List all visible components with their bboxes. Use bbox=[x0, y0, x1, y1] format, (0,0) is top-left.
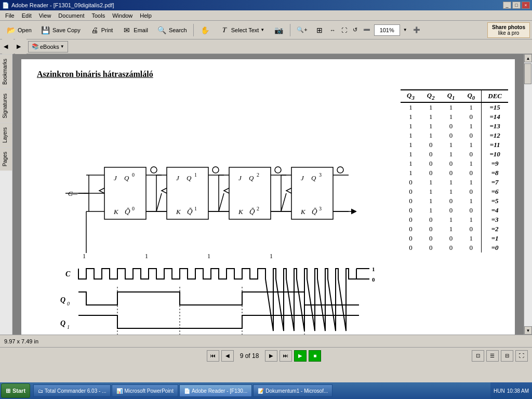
scroll-down-button[interactable]: ▼ bbox=[524, 326, 532, 335]
close-button[interactable]: × bbox=[522, 2, 530, 9]
menu-tools[interactable]: Tools bbox=[89, 11, 109, 20]
col-header-dec: DEC bbox=[482, 90, 508, 102]
table-cell: 1 bbox=[441, 102, 461, 112]
pdf-content[interactable]: Aszinkron bináris hátraszámláló J Q 0 K … bbox=[12, 54, 524, 335]
fullscreen-button[interactable]: ⛶ bbox=[515, 350, 528, 362]
scroll-up-button[interactable]: ▲ bbox=[524, 54, 532, 62]
zoom-dropdown-button[interactable]: ▼ bbox=[401, 22, 409, 38]
select-text-button[interactable]: 𝑇 Select Text ▼ bbox=[216, 22, 269, 38]
open-button[interactable]: 📂 Open bbox=[2, 22, 35, 38]
vertical-scrollbar[interactable]: ▲ ▼ bbox=[524, 54, 532, 335]
scroll-track[interactable] bbox=[524, 62, 532, 326]
menu-help[interactable]: Help bbox=[137, 11, 155, 20]
menu-view[interactable]: View bbox=[36, 11, 55, 20]
table-cell: 0 bbox=[401, 243, 421, 252]
svg-line-68 bbox=[281, 193, 286, 211]
ebooks-button[interactable]: 📚 eBooks ▼ bbox=[28, 41, 68, 52]
svg-text:Q: Q bbox=[249, 174, 254, 182]
svg-text:Q̄: Q̄ bbox=[311, 208, 317, 216]
svg-text:1: 1 bbox=[270, 252, 273, 260]
bookmarks-tab[interactable]: Bookmarks bbox=[0, 54, 12, 89]
first-page-button[interactable]: ⏮ bbox=[207, 350, 219, 362]
svg-text:0: 0 bbox=[67, 301, 70, 307]
table-cell: 1 bbox=[461, 178, 481, 187]
zoom-input[interactable] bbox=[374, 24, 400, 36]
menubar: File Edit View Document Tools Window Hel… bbox=[0, 10, 532, 21]
single-page-button[interactable]: ⊡ bbox=[472, 350, 484, 362]
start-icon: ⊞ bbox=[6, 388, 10, 394]
select-text-dropdown-icon[interactable]: ▼ bbox=[260, 28, 264, 32]
svg-point-48 bbox=[275, 167, 281, 173]
hand-tool-button[interactable]: ✋ bbox=[196, 22, 214, 38]
rotate-button[interactable]: ↺ bbox=[351, 22, 360, 38]
table-cell: 0 bbox=[441, 234, 461, 243]
taskbar-item-powerpoint[interactable]: 📊 Microsoft PowerPoint bbox=[112, 384, 178, 397]
share-line2: like a pro bbox=[492, 30, 525, 36]
acrobat-label: Adobe Reader - [F130... bbox=[192, 388, 247, 394]
continuous-button[interactable]: ☰ bbox=[486, 350, 499, 362]
print-button[interactable]: 🖨 Print bbox=[86, 22, 117, 38]
zoom-mode-button[interactable]: ⊞ bbox=[313, 22, 326, 38]
zoom-fit-width-button[interactable]: ↔ bbox=[328, 22, 338, 38]
email-button[interactable]: ✉ Email bbox=[118, 22, 152, 38]
zoom-plus-button[interactable]: ➕ bbox=[411, 22, 422, 38]
zoom-fit-page-button[interactable]: ⛶ bbox=[339, 22, 349, 38]
taskbar-item-totalcmd[interactable]: 🗂 Total Commander 6.03 - ... bbox=[33, 384, 111, 397]
table-cell: 1 bbox=[441, 112, 461, 122]
table-cell: 0 bbox=[461, 224, 481, 234]
truth-table-body: 1111=151110=141101=131100=121011=111010=… bbox=[401, 102, 508, 252]
zoom-in-button[interactable]: 🔍+ bbox=[293, 22, 311, 38]
minimize-button[interactable]: _ bbox=[503, 2, 511, 9]
titlebar-controls[interactable]: _ □ × bbox=[503, 2, 530, 9]
table-cell: 0 bbox=[461, 206, 481, 215]
table-cell: 1 bbox=[421, 122, 441, 131]
table-cell: =7 bbox=[482, 178, 508, 187]
table-cell: =8 bbox=[482, 168, 508, 178]
table-cell: 1 bbox=[461, 122, 481, 131]
save-copy-button[interactable]: 💾 Save Copy bbox=[37, 22, 84, 38]
table-cell: 0 bbox=[441, 168, 461, 178]
svg-text:3: 3 bbox=[319, 172, 322, 178]
restore-button[interactable]: □ bbox=[512, 2, 521, 9]
menu-edit[interactable]: Edit bbox=[19, 11, 35, 20]
search-icon: 🔍 bbox=[157, 25, 167, 35]
signatures-tab[interactable]: Signatures bbox=[0, 89, 12, 123]
email-label: Email bbox=[134, 27, 148, 33]
stop-button[interactable]: ■ bbox=[309, 350, 321, 362]
separator-1 bbox=[193, 24, 194, 36]
two-page-button[interactable]: ⊟ bbox=[501, 350, 513, 362]
last-page-button[interactable]: ⏭ bbox=[280, 350, 292, 362]
play-button[interactable]: ▶ bbox=[294, 350, 307, 362]
menu-document[interactable]: Document bbox=[55, 11, 87, 20]
table-cell: 1 bbox=[421, 112, 441, 122]
layers-tab[interactable]: Layers bbox=[0, 123, 12, 147]
forward-arrow-button[interactable]: ▶ bbox=[15, 39, 26, 55]
snapshot-button[interactable]: 📷 bbox=[270, 22, 287, 38]
start-button[interactable]: ⊞ Start bbox=[1, 383, 30, 398]
acrobat-icon: 📄 bbox=[184, 388, 190, 394]
search-button[interactable]: 🔍 Search bbox=[153, 22, 191, 38]
word-label: Dokumentum1 - Microsof... bbox=[265, 388, 328, 394]
table-row: 1111=15 bbox=[401, 102, 508, 112]
svg-text:1: 1 bbox=[372, 266, 375, 272]
open-icon: 📂 bbox=[6, 25, 16, 35]
next-page-button[interactable]: ▶ bbox=[265, 350, 277, 362]
svg-text:C: C bbox=[65, 270, 71, 278]
menu-window[interactable]: Window bbox=[109, 11, 136, 20]
table-cell: 1 bbox=[461, 196, 481, 206]
table-cell: 0 bbox=[421, 159, 441, 168]
scroll-thumb[interactable] bbox=[524, 63, 531, 84]
pages-tab[interactable]: Pages bbox=[0, 147, 12, 170]
zoom-out-button[interactable]: ➖ bbox=[361, 22, 373, 38]
prev-page-button[interactable]: ◀ bbox=[221, 350, 234, 362]
back-arrow-button[interactable]: ◀ bbox=[2, 39, 14, 55]
table-cell: 0 bbox=[401, 234, 421, 243]
taskbar-item-word[interactable]: 📝 Dokumentum1 - Microsof... bbox=[253, 384, 332, 397]
svg-text:1: 1 bbox=[207, 252, 210, 260]
taskbar-item-acrobat[interactable]: 📄 Adobe Reader - [F130... bbox=[179, 384, 252, 397]
titlebar-title: 📄 Adobe Reader - [F1301_09digitalis2.pdf… bbox=[2, 2, 114, 9]
svg-text:Q̄: Q̄ bbox=[124, 208, 130, 216]
table-cell: 1 bbox=[441, 224, 461, 234]
share-photos-panel[interactable]: Share photos like a pro bbox=[487, 22, 530, 38]
menu-file[interactable]: File bbox=[2, 11, 18, 20]
